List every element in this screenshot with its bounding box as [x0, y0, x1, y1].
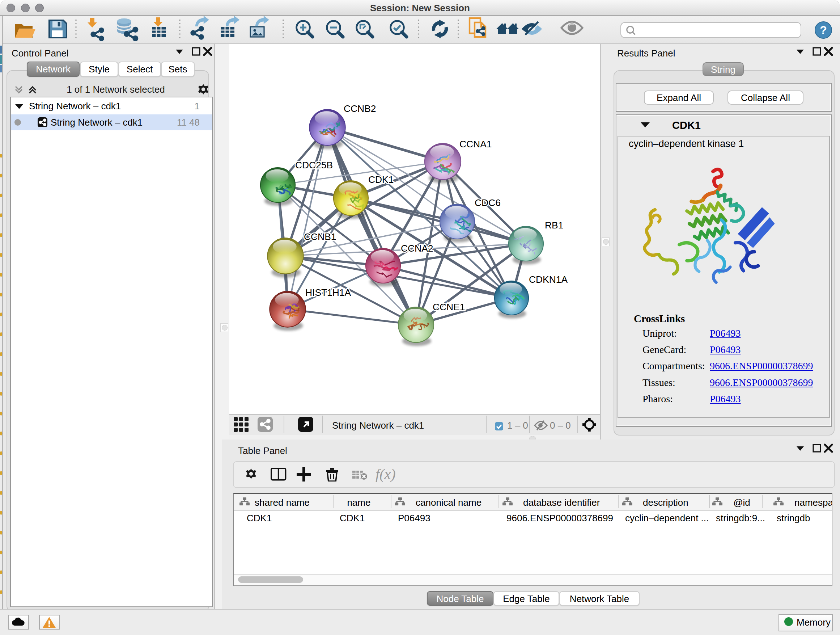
svg-text:CCNE1: CCNE1 — [433, 302, 465, 312]
svg-text:CDC25B: CDC25B — [295, 160, 333, 171]
svg-text:CDC6: CDC6 — [475, 197, 501, 208]
svg-text:CCNB1: CCNB1 — [304, 231, 336, 242]
svg-text:CCNA1: CCNA1 — [459, 139, 492, 149]
svg-text:CDK1: CDK1 — [368, 174, 393, 185]
svg-text:?: ? — [820, 24, 827, 36]
svg-text:CCNB2: CCNB2 — [344, 103, 376, 114]
svg-text:CDKN1A: CDKN1A — [529, 274, 568, 285]
svg-text:RB1: RB1 — [545, 220, 563, 231]
svg-text:CCNA2: CCNA2 — [401, 243, 433, 254]
svg-text:HIST1H1A: HIST1H1A — [305, 287, 351, 298]
